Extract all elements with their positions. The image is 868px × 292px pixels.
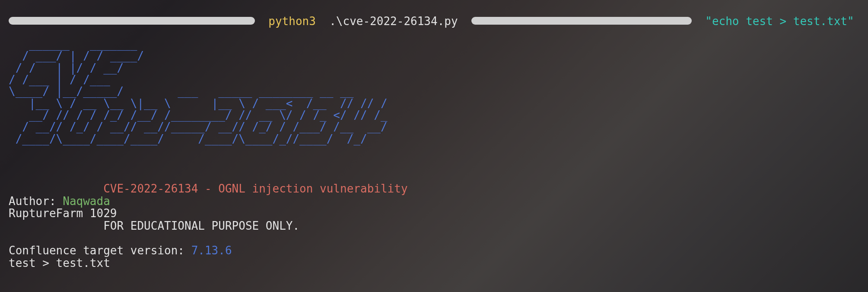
command-script: .\cve-2022-26134.py xyxy=(329,15,458,28)
redacted-path xyxy=(9,17,255,25)
command-payload: "echo test > test.txt" xyxy=(705,15,854,28)
org-line: RuptureFarm 1029 xyxy=(9,207,117,220)
command-interpreter: python3 xyxy=(268,15,316,28)
output-line: test > test.txt xyxy=(9,257,110,270)
author-label: Author: xyxy=(9,195,63,208)
version-value: 7.13.6 xyxy=(191,244,232,257)
author-name: Naqwada xyxy=(63,195,110,208)
redacted-url xyxy=(471,17,692,25)
ascii-art-banner: ______ _______ / ___/ | / / ____/ / / | … xyxy=(9,39,859,145)
terminal-output[interactable]: python3 .\cve-2022-26134.py "echo test >… xyxy=(9,3,859,269)
banner-title: CVE-2022-26134 - OGNL injection vulnerab… xyxy=(103,182,407,195)
version-label: Confluence target version: xyxy=(9,244,191,257)
notice-line: FOR EDUCATIONAL PURPOSE ONLY. xyxy=(103,219,299,232)
